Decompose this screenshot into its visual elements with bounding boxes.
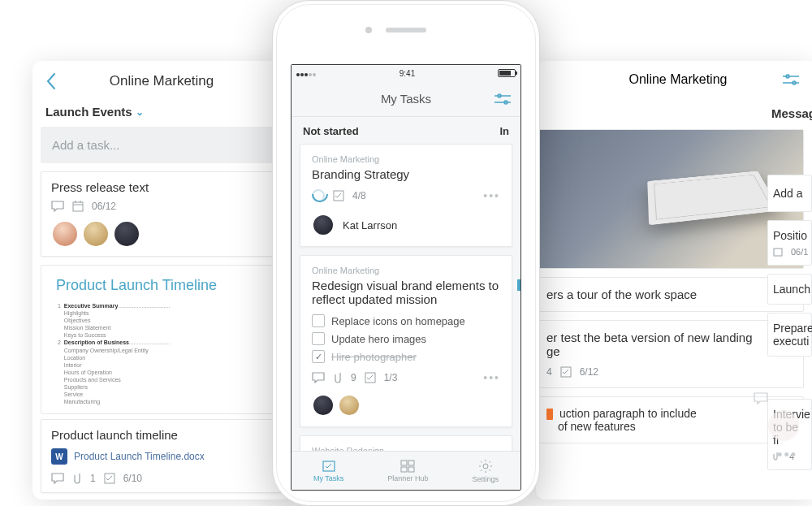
task-card[interactable]: ers a tour of the work space — [536, 277, 804, 312]
task-date: 06/12 — [92, 201, 116, 212]
comment-icon[interactable] — [312, 372, 325, 383]
doc-outline: 1 Executive Summary.....................… — [58, 302, 275, 405]
check-count: 4/8 — [352, 190, 366, 201]
add-task-input[interactable]: Add a — [767, 175, 812, 212]
word-icon: W — [51, 448, 67, 465]
task-card[interactable]: Online Marketing Branding Strategy 4/8 •… — [300, 144, 512, 247]
tablet-left-panel: Online Marketing Launch Events ⌄ Add a t… — [32, 61, 292, 500]
attach-count: 9 — [351, 372, 356, 383]
attach-count: 1 — [90, 473, 96, 484]
peek-indicator — [517, 279, 520, 291]
section-dropdown[interactable]: Launch Events ⌄ — [32, 98, 292, 123]
avatar[interactable] — [312, 214, 335, 236]
avatar[interactable] — [312, 394, 335, 417]
task-title: Product launch timeline — [51, 428, 274, 442]
tab-settings[interactable]: Settings — [472, 459, 499, 483]
avatar[interactable] — [338, 394, 361, 417]
left-title: Online Marketing — [110, 73, 214, 89]
subtask-row[interactable]: Update hero images — [312, 332, 500, 345]
section-header: Not started In — [292, 117, 520, 144]
task-card[interactable]: Product launch timeline W Product Launch… — [41, 419, 284, 493]
assignee-row: Kat Larrson — [312, 214, 500, 236]
task-title: Redesign visual brand elements to reflec… — [312, 279, 500, 306]
phone-scroll-area[interactable]: Not started In Online Marketing Branding… — [292, 117, 520, 451]
phone-speaker — [386, 28, 426, 32]
calendar-icon — [72, 201, 84, 212]
subtask-label: Update hero images — [331, 333, 426, 345]
phone-screen: 9:41 My Tasks Not started In Online Mark… — [291, 64, 521, 491]
task-card[interactable]: Positio 06/1 — [767, 220, 812, 266]
phone-title: My Tasks — [381, 92, 431, 106]
calendar-icon — [773, 247, 783, 257]
assignee-name: Kat Larrson — [343, 219, 397, 231]
section-in-progress: In — [499, 125, 509, 137]
task-card[interactable]: Online Marketing Redesign visual brand e… — [300, 255, 512, 427]
svg-rect-19 — [408, 461, 414, 465]
task-title: Branding Strategy — [312, 167, 500, 181]
task-card[interactable]: Press release text 06/12 — [41, 171, 284, 257]
tab-label: Settings — [472, 475, 499, 483]
subtask-row[interactable]: Replace icons on homepage — [312, 314, 500, 327]
document-preview[interactable]: Product Launch Timeline 1 Executive Summ… — [41, 265, 284, 414]
photo-card[interactable] — [536, 129, 804, 269]
task-meta: 9 1/3 ••• — [312, 371, 500, 384]
add-task-input[interactable]: Add a task... — [41, 127, 284, 163]
avatar[interactable] — [82, 220, 110, 248]
project-label: Online Marketing — [312, 266, 500, 275]
attachment-icon — [333, 372, 343, 383]
filter-icon[interactable] — [495, 93, 511, 106]
task-date: 06/1 — [791, 247, 808, 257]
date-fragment: 4 — [546, 366, 552, 378]
column-header-messaging[interactable]: Messaging — [763, 100, 812, 120]
phone-device-frame: 9:41 My Tasks Not started In Online Mark… — [272, 0, 540, 506]
check-count: 1/3 — [384, 372, 398, 383]
section-not-started: Not started — [303, 125, 359, 137]
checklist-icon — [560, 366, 572, 378]
task-title-cont: ge — [546, 344, 793, 358]
svg-rect-0 — [73, 202, 83, 211]
checkbox-checked-icon[interactable]: ✓ — [312, 350, 325, 363]
task-meta: 4 6/12 — [546, 366, 793, 378]
assignee-avatars — [51, 220, 274, 248]
task-title: Prepare — [773, 322, 806, 335]
task-meta: 1 6/10 — [51, 473, 274, 484]
tab-my-tasks[interactable]: My Tasks — [313, 460, 343, 482]
checklist-icon — [333, 190, 344, 201]
tab-label: My Tasks — [313, 474, 343, 482]
avatar[interactable] — [51, 220, 79, 248]
chevron-down-icon: ⌄ — [136, 106, 144, 118]
right-title: Online Marketing — [629, 72, 728, 87]
subtask-label: Hire photographer — [331, 351, 417, 363]
more-icon[interactable]: ••• — [483, 371, 500, 384]
priority-indicator — [546, 409, 553, 420]
file-attachment[interactable]: W Product Launch Timeline.docx — [51, 448, 274, 465]
task-card[interactable]: er test the beta version of new landing … — [536, 320, 804, 388]
tab-bar: My Tasks Planner Hub Settings — [292, 451, 520, 490]
status-bar: 9:41 — [292, 65, 520, 81]
tab-planner-hub[interactable]: Planner Hub — [387, 460, 428, 482]
back-icon[interactable] — [45, 72, 57, 90]
status-time: 9:41 — [400, 69, 415, 78]
more-icon[interactable]: ••• — [777, 447, 797, 464]
filter-icon[interactable] — [783, 73, 799, 86]
workspace-photo — [537, 130, 803, 268]
task-card[interactable]: Website Redesign Include social media ta… — [300, 435, 512, 451]
check-count: 6/10 — [123, 473, 142, 484]
task-title: er test the beta version of new landing — [546, 331, 793, 344]
task-title: Press release text — [51, 180, 274, 194]
task-title-cont: of new features — [558, 420, 793, 433]
comment-icon[interactable] — [51, 473, 64, 484]
checkbox-icon[interactable] — [312, 314, 325, 327]
phone-camera — [365, 27, 372, 33]
comment-icon[interactable] — [51, 201, 64, 212]
comment-icon — [754, 392, 768, 405]
check-count: 6/12 — [580, 366, 598, 378]
file-name: Product Launch Timeline.docx — [74, 451, 205, 462]
more-icon[interactable]: ••• — [483, 189, 500, 202]
checkbox-icon[interactable] — [312, 332, 325, 345]
tab-label: Planner Hub — [387, 474, 428, 482]
subtask-row[interactable]: ✓Hire photographer — [312, 350, 500, 363]
task-card[interactable]: Prepare executi — [767, 313, 812, 357]
avatar[interactable] — [113, 220, 140, 248]
task-card[interactable]: Launch — [767, 274, 812, 305]
